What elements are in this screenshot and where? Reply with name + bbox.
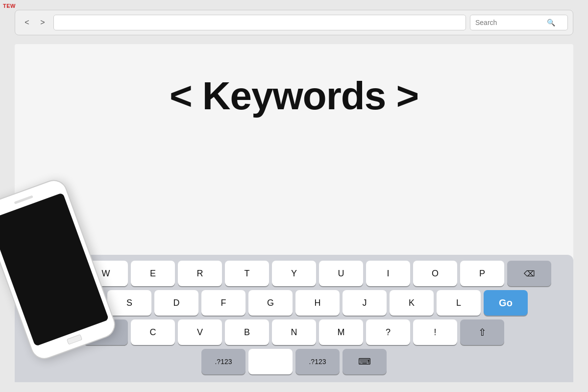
forward-button[interactable]: > — [36, 16, 49, 29]
key-shift-right[interactable]: ⇧ — [460, 319, 504, 345]
key-question[interactable]: ? — [366, 319, 410, 345]
key-u[interactable]: U — [319, 261, 363, 286]
key-b[interactable]: B — [225, 319, 269, 345]
key-delete[interactable]: ⌫ — [507, 261, 551, 286]
key-o[interactable]: O — [413, 261, 457, 286]
key-space[interactable] — [248, 349, 293, 374]
key-j[interactable]: J — [343, 290, 387, 316]
keyboard-wrapper: Q W E R T Y U I O P ⌫ A S D F — [15, 196, 573, 382]
key-r[interactable]: R — [178, 261, 222, 286]
key-numbers-right[interactable]: .?123 — [295, 349, 340, 374]
main-content: < Keywords > Q W E R T Y U I O P — [15, 44, 573, 382]
key-keyboard[interactable]: ⌨ — [343, 349, 387, 374]
search-bar: 🔍 — [470, 15, 568, 30]
key-p[interactable]: P — [460, 261, 504, 286]
key-exclaim[interactable]: ! — [413, 319, 457, 345]
keywords-heading: < Keywords > — [170, 74, 418, 119]
key-i[interactable]: I — [366, 261, 410, 286]
keyboard-row-bottom: .?123 .?123 ⌨ — [19, 349, 569, 374]
key-d[interactable]: D — [154, 290, 198, 316]
key-c[interactable]: C — [131, 319, 175, 345]
phone-home-button — [67, 334, 82, 345]
browser-bar: < > 🔍 — [15, 10, 573, 35]
key-y[interactable]: Y — [272, 261, 316, 286]
keyboard-row-1: Q W E R T Y U I O P ⌫ — [19, 261, 569, 286]
shift-right-icon: ⇧ — [478, 326, 487, 338]
key-f[interactable]: F — [201, 290, 245, 316]
key-k[interactable]: K — [390, 290, 434, 316]
key-v[interactable]: V — [178, 319, 222, 345]
row2-spacer-right — [531, 290, 569, 316]
key-go[interactable]: Go — [484, 290, 528, 316]
delete-icon: ⌫ — [524, 269, 535, 278]
phone-speaker — [14, 195, 33, 204]
key-t[interactable]: T — [225, 261, 269, 286]
key-s[interactable]: S — [107, 290, 151, 316]
search-icon: 🔍 — [547, 19, 555, 26]
key-l[interactable]: L — [437, 290, 481, 316]
key-m[interactable]: M — [319, 319, 363, 345]
url-input[interactable] — [53, 15, 466, 30]
key-g[interactable]: G — [248, 290, 293, 316]
tew-badge: TEW — [3, 3, 16, 9]
keyboard-icon: ⌨ — [358, 356, 371, 367]
back-button[interactable]: < — [20, 16, 34, 29]
key-e[interactable]: E — [131, 261, 175, 286]
search-input[interactable] — [475, 19, 544, 26]
key-n[interactable]: N — [272, 319, 316, 345]
key-h[interactable]: H — [295, 290, 340, 316]
key-numbers[interactable]: .?123 — [201, 349, 245, 374]
